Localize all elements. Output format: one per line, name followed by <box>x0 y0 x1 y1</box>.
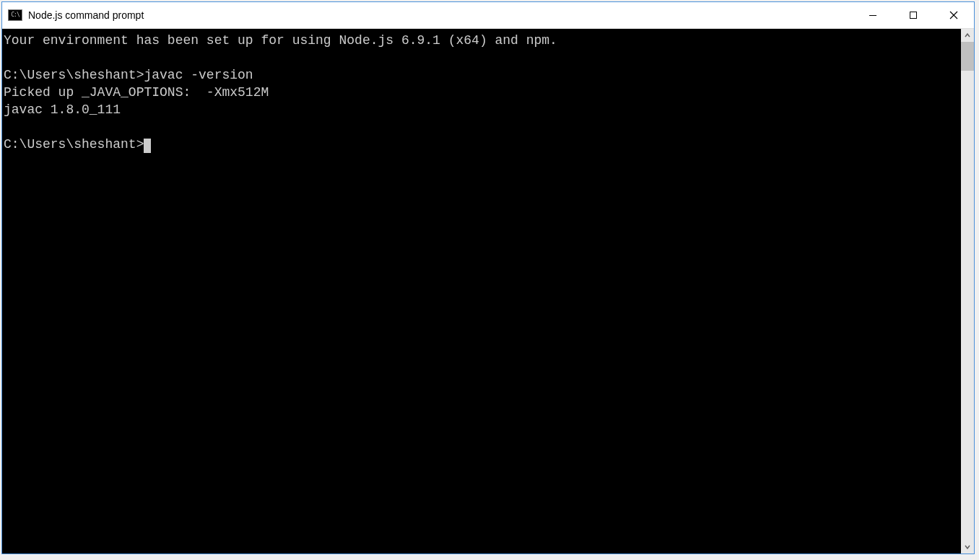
window-controls <box>853 2 974 28</box>
terminal-container: Your environment has been set up for usi… <box>2 29 974 554</box>
maximize-icon <box>909 11 918 19</box>
vertical-scrollbar[interactable] <box>961 29 974 554</box>
minimize-icon <box>869 11 877 19</box>
terminal-prompt-line: C:\Users\sheshant> <box>4 136 961 153</box>
chevron-up-icon <box>964 32 971 39</box>
titlebar[interactable]: C:\ Node.js command prompt <box>2 2 974 29</box>
close-button[interactable] <box>934 2 974 28</box>
scroll-down-button[interactable] <box>961 541 974 554</box>
terminal-line: Picked up _JAVA_OPTIONS: -Xmx512M <box>4 84 961 101</box>
cmd-icon: C:\ <box>8 9 22 21</box>
scroll-up-button[interactable] <box>961 29 974 42</box>
scroll-thumb[interactable] <box>961 42 974 71</box>
close-icon <box>949 11 958 19</box>
terminal-line: Your environment has been set up for usi… <box>4 32 961 49</box>
maximize-button[interactable] <box>893 2 934 28</box>
terminal-line: javac 1.8.0_111 <box>4 101 961 118</box>
terminal-line <box>4 49 961 66</box>
window-title: Node.js command prompt <box>28 9 853 21</box>
terminal-line: C:\Users\sheshant>javac -version <box>4 66 961 84</box>
terminal-output[interactable]: Your environment has been set up for usi… <box>2 29 961 554</box>
chevron-down-icon <box>964 543 971 551</box>
svg-rect-1 <box>910 12 917 19</box>
terminal-line <box>4 118 961 136</box>
cmd-icon-glyph: C:\ <box>11 12 19 18</box>
minimize-button[interactable] <box>853 2 893 28</box>
svg-rect-0 <box>869 15 876 16</box>
window: C:\ Node.js command prompt Your environm… <box>1 1 975 554</box>
scroll-track[interactable] <box>961 42 974 541</box>
terminal-prompt: C:\Users\sheshant> <box>4 137 144 152</box>
terminal-cursor <box>144 139 151 153</box>
